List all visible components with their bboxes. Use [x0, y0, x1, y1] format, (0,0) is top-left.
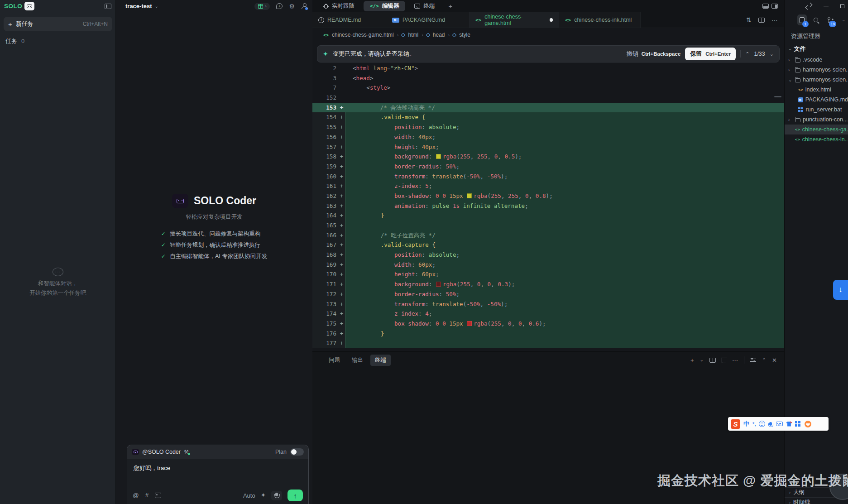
project-name[interactable]: trace-test [125, 3, 152, 10]
code-line[interactable]: 158+ background: rgba(255, 255, 0, 0.5); [312, 152, 784, 162]
panel-tab-terminal[interactable]: 终端 [370, 355, 391, 366]
color-swatch[interactable] [467, 193, 472, 198]
color-swatch[interactable] [436, 282, 441, 287]
undo-button[interactable]: 撤销 Ctrl+Backspace [627, 50, 681, 58]
breadcrumb-style[interactable]: style [459, 32, 470, 38]
ime-skin-icon[interactable] [786, 422, 792, 427]
code-line[interactable]: 162+ box-shadow: 0 0 15px rgba(255, 255,… [312, 191, 784, 201]
code-line[interactable]: 168+ position: absolute; [312, 250, 784, 260]
code-line[interactable]: 163+ animation: pulse 1s infinite altern… [312, 201, 784, 211]
code-line[interactable]: 157+ height: 40px; [312, 142, 784, 152]
ime-emoji-icon[interactable] [759, 421, 765, 427]
code-line[interactable]: 164+ } [312, 211, 784, 221]
split-terminal-icon[interactable] [709, 358, 716, 363]
code-line[interactable]: 154+ .valid-move { [312, 112, 784, 122]
code-line[interactable]: 177+ [312, 338, 784, 348]
editor-tab-chess-game[interactable]: <> chinese-chess-game.html [470, 12, 559, 28]
code-line[interactable]: 3<head> [312, 73, 784, 83]
tab-live-follow[interactable]: 实时跟随 [317, 1, 361, 11]
tree-item[interactable]: ›harmonyos-scien... [785, 65, 848, 75]
keep-button[interactable]: 保留 Ctrl+Enter [685, 48, 736, 60]
tree-item[interactable]: ⌄harmonyos-scien... [785, 75, 848, 85]
chat-input-field[interactable]: 您好吗，trace [127, 459, 308, 478]
gear-icon[interactable]: ⚙ [289, 3, 295, 10]
sogou-logo-icon[interactable]: S [731, 419, 740, 429]
tree-item[interactable]: M↓PACKAGING.md [785, 95, 848, 105]
chevron-down-icon[interactable]: ⌄ [699, 358, 703, 362]
mention-icon[interactable]: @ [133, 492, 139, 499]
code-line[interactable]: 160+ transform: translate(-50%, -50%); [312, 172, 784, 182]
code-line[interactable]: 176+ } [312, 329, 784, 339]
breadcrumb-head[interactable]: head [433, 32, 445, 38]
next-change-icon[interactable]: ⌄ [770, 51, 774, 57]
tree-item[interactable]: run_server.bat [785, 105, 848, 115]
filter-sliders-icon[interactable] [750, 358, 756, 363]
code-line[interactable]: 156+ width: 40px; [312, 132, 784, 142]
close-panel-icon[interactable]: ✕ [772, 357, 777, 363]
editor-tab-chess-ink[interactable]: <> chinese-chess-ink.html [559, 12, 641, 28]
tab-terminal[interactable]: ›_ 终端 [408, 1, 441, 11]
code-line[interactable]: 173+ transform: translate(-50%, -50%); [312, 299, 784, 309]
ime-mic-icon[interactable] [769, 422, 772, 426]
tab-editor[interactable]: </> 编辑器 [364, 1, 405, 11]
code-line[interactable]: 172+ border-radius: 50%; [312, 289, 784, 299]
prev-change-icon[interactable]: ⌃ [745, 51, 749, 57]
code-editor[interactable]: 2<html lang="zh-CN">3<head>7 <style>1521… [312, 63, 784, 348]
image-icon[interactable] [155, 493, 161, 498]
ime-voice-icon[interactable] [805, 421, 811, 427]
sidebar-toggle-icon[interactable] [105, 4, 111, 9]
code-line[interactable]: 167+ .valid-capture { [312, 240, 784, 250]
compare-changes-icon[interactable]: ⇅ [746, 17, 752, 23]
more-actions-icon[interactable]: ⋯ [771, 17, 778, 23]
split-editor-icon[interactable] [758, 18, 765, 23]
breadcrumb-html[interactable]: html [408, 32, 418, 38]
code-line[interactable]: 170+ height: 60px; [312, 269, 784, 279]
color-swatch[interactable] [436, 154, 441, 159]
collapse-window-icon[interactable] [806, 3, 812, 9]
explorer-activity-button[interactable]: 1 [797, 14, 807, 25]
new-terminal-icon[interactable]: + [690, 357, 694, 363]
ime-language-toggle[interactable]: 中 [743, 420, 749, 428]
model-auto-label[interactable]: Auto [243, 492, 255, 499]
tree-item[interactable]: ›.vscode [785, 55, 848, 65]
breadcrumb-file[interactable]: chinese-chess-game.html [332, 32, 394, 38]
minimize-icon[interactable] [824, 6, 829, 7]
hash-icon[interactable]: # [145, 492, 149, 499]
files-section-header[interactable]: ⌄ 文件 [785, 40, 848, 55]
code-line[interactable]: 171+ background: rgba(255, 0, 0, 0.3); [312, 279, 784, 289]
code-line[interactable]: 159+ border-radius: 50%; [312, 162, 784, 172]
code-line[interactable]: 161+ z-index: 5; [312, 181, 784, 191]
gift-button[interactable]: › [254, 3, 270, 10]
toggle-panel-right-icon[interactable] [771, 4, 778, 9]
search-activity-button[interactable] [811, 14, 821, 25]
panel-tab-output[interactable]: 输出 [347, 355, 368, 366]
tree-item[interactable]: ›punctuation-con... [785, 115, 848, 125]
toggle-panel-bottom-icon[interactable] [762, 4, 769, 9]
trash-icon[interactable] [722, 358, 726, 363]
tools-icon[interactable]: ⚒ [184, 449, 189, 455]
maximize-panel-icon[interactable]: ⌃ [762, 358, 766, 363]
tree-item[interactable]: <>index.html [785, 85, 848, 95]
scrollbar-thumb[interactable] [774, 96, 781, 97]
ime-keyboard-icon[interactable] [776, 422, 783, 426]
code-line[interactable]: 174+ z-index: 4; [312, 309, 784, 319]
mic-button[interactable] [271, 491, 282, 500]
editor-tab-packaging[interactable]: M↓ PACKAGING.md [386, 12, 470, 28]
chevron-down-icon[interactable]: ⌄ [842, 18, 845, 22]
restore-icon[interactable] [840, 4, 844, 8]
sparkle-icon[interactable]: ✦ [261, 492, 266, 499]
tree-item[interactable]: <>chinese-chess-ga... [785, 125, 848, 134]
plan-toggle[interactable] [290, 448, 304, 456]
code-line[interactable]: 2<html lang="zh-CN"> [312, 63, 784, 73]
new-task-button[interactable]: + 新任务 Ctrl+Alt+N [4, 17, 112, 31]
ime-toolbox-icon[interactable] [795, 421, 797, 423]
new-tab-button[interactable]: + [448, 2, 452, 10]
chevron-down-icon[interactable]: ⌄ [155, 4, 158, 9]
agent-name[interactable]: @SOLO Coder [142, 449, 181, 455]
editor-tab-readme[interactable]: i README.md [312, 12, 386, 28]
code-line[interactable]: 166+ /* 吃子位置高亮 */ [312, 230, 784, 240]
panel-tab-problems[interactable]: 问题 [324, 355, 345, 366]
code-line[interactable]: 152 [312, 93, 784, 103]
ime-punctuation-icon[interactable]: °, [752, 421, 756, 427]
download-fab[interactable]: ↓ [833, 280, 848, 300]
